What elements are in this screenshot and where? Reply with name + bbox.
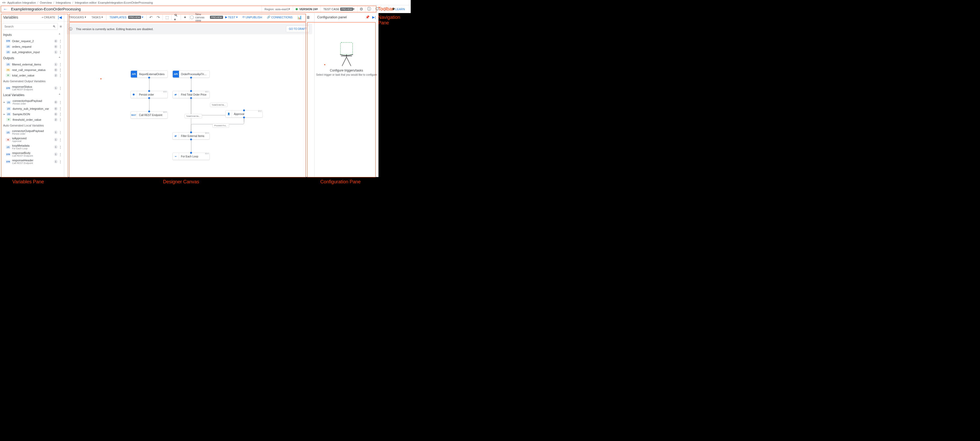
kebab-menu-icon[interactable]: ⋮: [59, 50, 62, 54]
go-to-draft-button[interactable]: GO TO DRAFT: [286, 26, 310, 32]
logs-icon[interactable]: 📊: [295, 15, 304, 19]
node-persist-order[interactable]: ID:6 ⬢ Persist order: [130, 91, 168, 98]
kebab-menu-icon[interactable]: ⋮: [59, 138, 62, 142]
undo-icon[interactable]: ↶: [147, 15, 154, 19]
info-icon[interactable]: ⓘ: [365, 5, 373, 13]
variable-row[interactable]: STROrder_request_20⋮: [0, 38, 64, 44]
kebab-menu-icon[interactable]: ⋮: [59, 86, 62, 90]
rest-icon: REST: [131, 111, 137, 118]
product-icon: [2, 1, 6, 5]
variable-row[interactable]: STRresponseHeaderCall REST Endpoint1⋮: [0, 158, 64, 165]
expand-arrow-icon[interactable]: ▸: [4, 113, 6, 116]
variable-name: responseBodyCall REST Endpoint: [12, 151, 53, 157]
unpublish-button[interactable]: ⟳ UNPUBLISH: [240, 16, 264, 19]
test-case-selector[interactable]: TEST CASEPREVIEW ▾: [321, 5, 357, 13]
redo-icon[interactable]: ↷: [154, 15, 162, 19]
type-badge: {J}: [6, 131, 11, 134]
kebab-menu-icon[interactable]: ⋮: [59, 160, 62, 164]
usage-count: 1: [54, 63, 58, 66]
variable-row[interactable]: {J}loopMetadataFor Each Loop1⋮: [0, 143, 64, 151]
variable-name: loopMetadataFor Each Loop: [12, 144, 53, 150]
variable-row[interactable]: ▸{J}connectorInputPayloadPersist order0⋮: [0, 98, 64, 106]
search-input[interactable]: 🔍︎: [2, 23, 58, 30]
kebab-menu-icon[interactable]: ⋮: [59, 130, 62, 134]
node-for-each-loop[interactable]: ID:4 ∞ For Each Loop: [172, 153, 210, 160]
connections-button[interactable]: 🔗 CONNECTIONS: [265, 16, 294, 19]
breadcrumb-app[interactable]: Application Integration: [7, 1, 36, 4]
variable-row[interactable]: {J}dummy_sub_integration_var0⋮: [0, 106, 64, 111]
canvas[interactable]: API ReportExternalOrders API OrderProces…: [64, 36, 315, 185]
zoom-icon[interactable]: 🔍︎▾: [172, 13, 180, 21]
create-variable-button[interactable]: + CREATE: [42, 16, 55, 19]
usage-count: 1: [54, 152, 58, 156]
kebab-menu-icon[interactable]: ⋮: [59, 68, 62, 72]
variable-name: responseStatusCall REST Endpoint: [12, 85, 53, 91]
kebab-menu-icon[interactable]: ⋮: [59, 112, 62, 116]
variable-row[interactable]: BisApprovedApproval1⋮: [0, 136, 64, 143]
variable-row[interactable]: {J}orders_request0⋮: [0, 44, 64, 49]
type-badge: [S]: [6, 68, 11, 71]
back-arrow-icon[interactable]: ←: [3, 7, 7, 11]
breadcrumb: Application Integration / Overview / Int…: [0, 0, 411, 5]
section-locals[interactable]: Local Variables⌃: [0, 92, 64, 98]
variable-row[interactable]: {J}connectorOutputPayloadPersist order1⋮: [0, 128, 64, 136]
test-button[interactable]: ▶ TEST ▾: [223, 16, 240, 19]
section-outputs[interactable]: Outputs⌃: [0, 55, 64, 62]
node-call-rest-endpoint[interactable]: ID:5 REST Call REST Endpoint: [130, 111, 168, 119]
templates-dropdown[interactable]: TEMPLATESPREVIEW ▾: [107, 13, 146, 21]
kebab-menu-icon[interactable]: ⋮: [59, 39, 62, 43]
kebab-menu-icon[interactable]: ⋮: [59, 100, 62, 104]
page-title: ExampleIntegration-EcomOrderProcessing: [11, 7, 262, 11]
kebab-menu-icon[interactable]: ⋮: [59, 117, 62, 122]
canvas-toolbar: TRIGGERS ▾ TASKS ▾ TEMPLATESPREVIEW ▾ ↶ …: [64, 13, 315, 21]
usage-count: 0: [54, 113, 58, 116]
tasks-dropdown[interactable]: TASKS ▾: [89, 13, 106, 21]
kebab-menu-icon[interactable]: ⋮: [59, 62, 62, 66]
delete-icon[interactable]: 🗑: [304, 15, 312, 19]
filter-icon[interactable]: ≡: [59, 24, 62, 29]
variable-row[interactable]: ▸{J}SampleJSON0⋮: [0, 111, 64, 117]
breadcrumb-overview[interactable]: Overview: [40, 1, 52, 4]
search-icon[interactable]: 🔍︎: [52, 25, 56, 28]
kebab-menu-icon[interactable]: ⋮: [59, 152, 62, 156]
node-order-process-api-trigger[interactable]: API OrderProcessApiTrigger: [172, 70, 210, 78]
variable-row[interactable]: Dtotal_order_value2⋮: [0, 73, 64, 78]
kebab-menu-icon[interactable]: ⋮: [59, 73, 62, 77]
right-black-strip: [379, 13, 411, 185]
section-inputs[interactable]: Inputs⌃: [0, 32, 64, 38]
pin-icon[interactable]: 📌: [365, 15, 369, 19]
variable-name: threshold_order_value: [13, 118, 53, 121]
region-selector[interactable]: Region: asia-east1 ▾: [262, 5, 293, 13]
variable-row[interactable]: STRresponseBodyCall REST Endpoint1⋮: [0, 151, 64, 158]
type-badge: {J}: [6, 145, 11, 149]
expand-arrow-icon[interactable]: ▸: [4, 101, 6, 103]
auto-layout-icon[interactable]: ⬚: [163, 15, 171, 19]
approval-icon: 👤: [226, 111, 232, 117]
kebab-menu-icon[interactable]: ⋮: [59, 145, 62, 149]
settings-icon[interactable]: ⚙: [357, 5, 365, 13]
node-filter-external-items[interactable]: ID:3 ⇄ Filter External Items: [172, 132, 210, 140]
new-canvas-toggle[interactable]: New canvas view PREVIEW: [190, 13, 223, 22]
node-approval[interactable]: ID:2 👤 Approval: [226, 110, 262, 117]
type-badge: {J}: [6, 63, 11, 66]
breadcrumb-integrations[interactable]: Integrations: [56, 1, 71, 4]
variable-row[interactable]: STRresponseStatusCall REST Endpoint1⋮: [0, 84, 64, 92]
type-badge: {J}: [6, 50, 11, 54]
variable-row[interactable]: {J}sub_integration_input1⋮: [0, 49, 64, 55]
node-report-external-orders[interactable]: API ReportExternalOrders: [130, 70, 168, 78]
kebab-menu-icon[interactable]: ⋮: [59, 44, 62, 48]
usage-count: 0: [54, 100, 58, 104]
usage-count: 0: [54, 45, 58, 48]
collapse-pane-icon[interactable]: |◀: [58, 15, 62, 19]
header-toolbar: ← ExampleIntegration-EcomOrderProcessing…: [0, 5, 411, 13]
variable-name: connectorInputPayloadPersist order: [13, 99, 53, 105]
expand-pane-icon[interactable]: ▶|: [372, 15, 375, 19]
variable-row[interactable]: Dthreshold_order_value2⋮: [0, 117, 64, 122]
gemini-icon[interactable]: ✦: [181, 15, 189, 19]
version-selector[interactable]: VERSION 24 ▾: [293, 5, 321, 13]
triggers-dropdown[interactable]: TRIGGERS ▾: [66, 13, 89, 21]
kebab-menu-icon[interactable]: ⋮: [59, 106, 62, 111]
variable-row[interactable]: {J}filtered_external_items1⋮: [0, 62, 64, 67]
variable-row[interactable]: [S]rest_call_response_status0⋮: [0, 67, 64, 73]
node-find-total-order-price[interactable]: ID:1 ⇄ Find Total Order Price: [172, 91, 210, 98]
